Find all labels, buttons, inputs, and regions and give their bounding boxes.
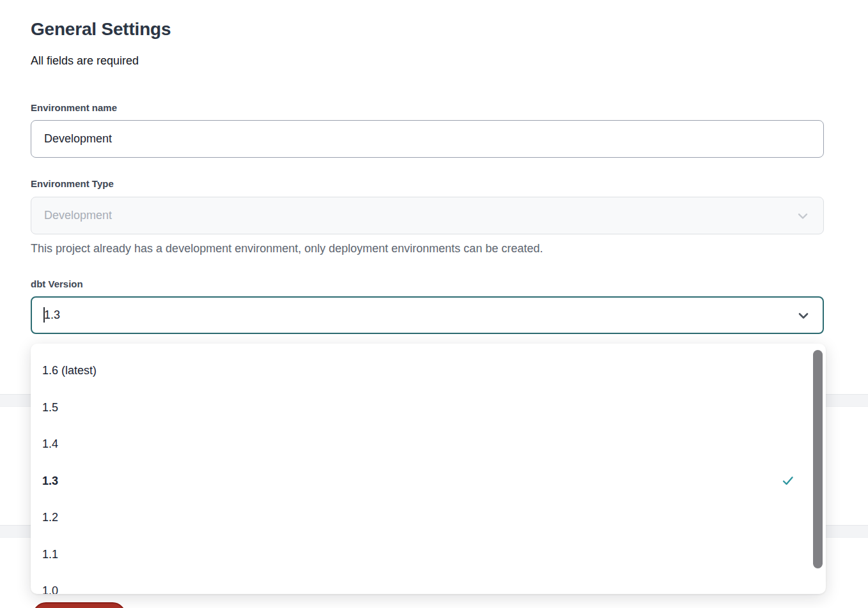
dropdown-scrollbar[interactable]: [813, 350, 823, 568]
option-1-2[interactable]: 1.2: [31, 499, 826, 536]
page-subtitle: All fields are required: [31, 54, 139, 68]
text-caret: [43, 307, 45, 323]
option-1-3[interactable]: 1.3: [31, 463, 826, 500]
dbt-version-label: dbt Version: [31, 278, 83, 289]
option-1-5[interactable]: 1.5: [31, 390, 826, 427]
option-1-0[interactable]: 1.0: [31, 573, 826, 594]
chevron-down-icon: [795, 208, 810, 224]
environment-name-input[interactable]: [31, 120, 824, 158]
option-1-4[interactable]: 1.4: [31, 426, 826, 463]
environment-name-label: Environment name: [31, 102, 117, 113]
chevron-down-icon: [796, 308, 811, 323]
environment-type-select: Development: [31, 197, 824, 234]
dbt-version-value: 1.3: [43, 308, 796, 323]
check-icon: [781, 474, 795, 488]
environment-type-value: Development: [44, 209, 795, 222]
option-1-1[interactable]: 1.1: [31, 536, 826, 574]
dropdown-options: 1.6 (latest) 1.5 1.4 1.3 1.2 1.1: [31, 353, 826, 594]
settings-page: General Settings All fields are required…: [0, 0, 868, 608]
environment-type-helper: This project already has a development e…: [31, 242, 543, 255]
delete-button[interactable]: [33, 602, 126, 608]
page-title: General Settings: [31, 19, 171, 40]
dbt-version-select[interactable]: 1.3: [31, 296, 824, 334]
environment-type-label: Environment Type: [31, 178, 114, 189]
option-1-6-latest[interactable]: 1.6 (latest): [31, 353, 826, 390]
dbt-version-dropdown: 1.6 (latest) 1.5 1.4 1.3 1.2 1.1: [31, 344, 826, 594]
